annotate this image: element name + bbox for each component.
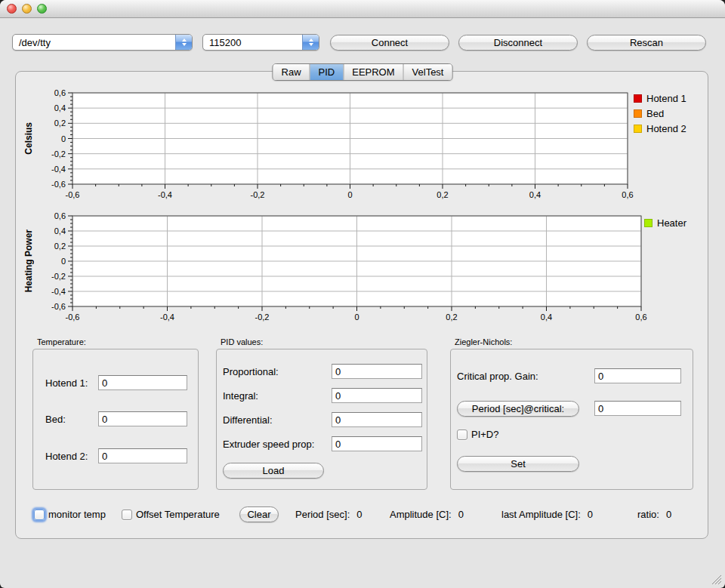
port-select-value: /dev/tty: [13, 37, 175, 48]
legend-item: Hotend 2: [634, 121, 686, 136]
extruder-speed-prop-input[interactable]: [332, 436, 422, 451]
critical-gain-label: Critical prop. Gain:: [457, 371, 538, 382]
baud-select[interactable]: 115200: [202, 34, 319, 51]
disconnect-button[interactable]: Disconnect: [458, 35, 578, 51]
svg-text:0,4: 0,4: [54, 226, 66, 236]
stat-last-amplitude-label: last Amplitude [C]:: [501, 509, 581, 520]
svg-text:0,6: 0,6: [54, 211, 66, 220]
svg-text:0,6: 0,6: [54, 88, 66, 97]
tab-raw[interactable]: Raw: [273, 64, 310, 80]
chart1-y-axis-title: Celsius: [22, 93, 35, 184]
popup-stepper-icon: [175, 35, 192, 50]
offset-temp-check-group: Offset Temperature: [122, 509, 220, 520]
resize-grip[interactable]: [711, 574, 721, 584]
temperature-group: Temperature: Hotend 1: Bed: Hotend 2:: [32, 337, 199, 490]
set-button[interactable]: Set: [457, 456, 579, 472]
legend-swatch-icon: [634, 109, 642, 118]
chart2-y-axis-title: Heating Power: [22, 216, 35, 306]
svg-text:-0,2: -0,2: [255, 312, 270, 322]
pid-values-group-box: Proportional: Integral: Differential: Ex…: [216, 349, 427, 490]
differential-input[interactable]: [332, 412, 422, 427]
svg-text:0: 0: [354, 312, 359, 322]
proportional-label: Proportional:: [223, 366, 279, 377]
legend-swatch-icon: [634, 125, 642, 133]
svg-text:0,4: 0,4: [529, 190, 541, 199]
tab-pid[interactable]: PID: [310, 64, 344, 80]
pi-d-checkbox[interactable]: [457, 429, 467, 440]
tab-bar: Raw PID EEPROM VelTest: [273, 63, 453, 81]
status-row: monitor temp Offset Temperature Clear Pe…: [16, 506, 708, 525]
svg-text:-0,6: -0,6: [51, 302, 66, 311]
hotend2-label: Hotend 2:: [45, 451, 88, 462]
period-at-critical-button[interactable]: Period [sec]@critical:: [457, 401, 579, 417]
stat-ratio-value: 0: [666, 509, 671, 520]
ziegler-nichols-group-box: Critical prop. Gain: Period [sec]@critic…: [450, 349, 693, 490]
stat-amplitude-label: Amplitude [C]:: [390, 509, 452, 520]
svg-text:-0,6: -0,6: [66, 190, 80, 199]
legend-item: Heater: [644, 215, 686, 230]
svg-text:-0,6: -0,6: [66, 312, 80, 322]
svg-text:-0,2: -0,2: [51, 272, 66, 281]
proportional-input[interactable]: [332, 364, 422, 379]
ziegler-nichols-group: Ziegler-Nichols: Critical prop. Gain: Pe…: [450, 337, 693, 490]
svg-text:-0,4: -0,4: [160, 312, 174, 322]
legend-label: Hotend 2: [646, 123, 686, 134]
extruder-speed-prop-label: Extruder speed prop:: [223, 439, 314, 450]
bed-input[interactable]: [98, 411, 187, 426]
load-button[interactable]: Load: [223, 463, 324, 479]
legend-label: Bed: [646, 108, 664, 119]
temperature-chart: -0,6-0,4-0,200,20,40,60,60,40,20-0,2-0,4…: [35, 88, 635, 202]
pid-tab-panel: Celsius -0,6-0,4-0,200,20,40,60,60,40,20…: [15, 71, 708, 539]
svg-text:0,6: 0,6: [635, 312, 646, 322]
critical-gain-input[interactable]: [594, 368, 681, 383]
pid-values-group-title: PID values:: [221, 337, 427, 349]
temperature-group-box: Hotend 1: Bed: Hotend 2:: [32, 349, 199, 490]
tab-veltest[interactable]: VelTest: [403, 64, 452, 80]
legend-item: Bed: [634, 106, 686, 121]
svg-text:0: 0: [347, 190, 352, 199]
minimize-button[interactable]: [22, 4, 32, 14]
ziegler-nichols-group-title: Ziegler-Nichols:: [455, 337, 693, 349]
hotend1-input[interactable]: [98, 375, 187, 390]
pi-d-check-group: PI+D?: [457, 429, 499, 440]
svg-text:0,4: 0,4: [541, 312, 552, 322]
svg-text:-0,6: -0,6: [51, 180, 66, 189]
svg-text:0,2: 0,2: [54, 119, 66, 128]
popup-stepper-icon: [302, 35, 319, 50]
clear-button[interactable]: Clear: [239, 506, 279, 522]
close-button[interactable]: [7, 4, 17, 14]
zoom-button[interactable]: [37, 4, 47, 14]
svg-text:-0,2: -0,2: [251, 190, 265, 199]
titlebar[interactable]: [0, 0, 725, 18]
svg-text:0: 0: [61, 134, 66, 143]
stat-amplitude: Amplitude [C]: 0: [390, 509, 464, 520]
temperature-chart-legend: Hotend 1BedHotend 2: [634, 91, 686, 136]
integral-input[interactable]: [332, 388, 422, 403]
port-select[interactable]: /dev/tty: [12, 34, 193, 51]
svg-text:-0,4: -0,4: [51, 287, 66, 296]
rescan-button[interactable]: Rescan: [587, 35, 706, 51]
svg-text:0,2: 0,2: [54, 242, 66, 251]
app-window: /dev/tty 115200 Connect Disconnect Resca…: [0, 0, 725, 588]
period-at-critical-input[interactable]: [594, 401, 681, 416]
differential-label: Differential:: [223, 414, 273, 426]
legend-label: Heater: [657, 217, 686, 229]
svg-text:0,4: 0,4: [54, 103, 66, 112]
svg-text:-0,4: -0,4: [158, 190, 172, 199]
tab-eeprom[interactable]: EEPROM: [343, 64, 403, 80]
baud-select-value: 115200: [203, 37, 302, 48]
svg-text:0,2: 0,2: [437, 190, 448, 199]
offset-temp-checkbox[interactable]: [122, 509, 132, 520]
legend-label: Hotend 1: [646, 93, 686, 104]
stat-period: Period [sec]: 0: [295, 509, 362, 520]
heating-power-chart-legend: Heater: [644, 215, 686, 230]
connect-button[interactable]: Connect: [330, 35, 449, 51]
svg-text:-0,4: -0,4: [51, 165, 66, 174]
offset-temp-label: Offset Temperature: [136, 509, 220, 520]
svg-text:0,6: 0,6: [622, 190, 633, 199]
svg-text:0: 0: [61, 257, 66, 266]
legend-item: Hotend 1: [634, 91, 686, 106]
hotend2-input[interactable]: [98, 448, 187, 463]
monitor-temp-checkbox[interactable]: [34, 509, 45, 520]
legend-swatch-icon: [634, 94, 642, 103]
